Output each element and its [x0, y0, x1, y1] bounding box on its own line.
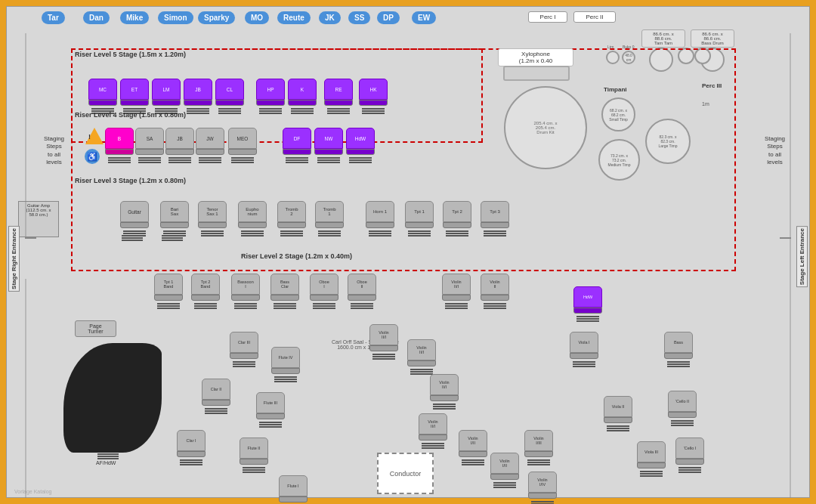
seat-violin-I-II-b: ViolinI/II — [490, 453, 519, 488]
seat-tpt2-l3: Tpt 2 — [443, 201, 471, 237]
watermark: Vorlage Katalog — [14, 489, 51, 494]
seat-hdw-main: HdW — [573, 286, 602, 322]
seat-violin-I-III: ViolinI/III — [524, 430, 553, 465]
seat-oboe-i: OboeI — [310, 274, 338, 309]
seat-tpt3-l3: Tpt 3 — [481, 201, 509, 237]
riser-level3-label: Riser Level 3 Stage (1.2m x 0.80m) — [75, 177, 186, 184]
seat-violin-II-I-1: ViolinII/I — [442, 274, 471, 309]
seat-trombone2: Tromb2 — [277, 201, 306, 237]
conductor-box: Conductor — [377, 453, 434, 494]
stage-area: Tar Dan Mike Simon Sparky MO Reute JK SS… — [6, 6, 810, 498]
name-badge-tar[interactable]: Tar — [42, 11, 65, 24]
medium-timp: 73.2 cm. x73.2 cm.Medium Timp — [598, 139, 640, 181]
piano-stand-lines — [97, 453, 119, 459]
seat-bassoon: BassoonI — [231, 274, 260, 309]
stage-edge-left-bottom — [25, 279, 26, 498]
name-badge-simon[interactable]: Simon — [158, 11, 193, 24]
stage-right-entrance: Stage Right Entrance — [8, 226, 20, 292]
perc-small-item-2: 86.6 cm. x86.6 cm.Bass Drum — [691, 29, 734, 48]
seat-trombone1: Tromb1 — [315, 201, 344, 237]
name-badge-ew[interactable]: EW — [412, 11, 436, 24]
seat-tenor-sax: TenorSax 1 — [198, 201, 227, 237]
seat-horn1: Horn 1 — [366, 201, 394, 237]
name-badge-reute[interactable]: Reute — [277, 11, 311, 24]
bari-sax-stand — [162, 235, 183, 241]
perc-I-label: Perc I — [528, 11, 567, 23]
seat-clar-iii: Clar III — [230, 332, 258, 367]
seat-euphonium: Euphonium — [238, 201, 267, 237]
perc-small-item-1: 86.6 cm. x88.6 cm.Tam Tam — [641, 29, 685, 48]
stage-left-entrance: Stage Left Entrance — [796, 226, 808, 287]
page-turner-box: PageTurner — [75, 320, 116, 337]
1m-marker: 1m — [702, 101, 709, 107]
seat-violin-II-I-b: ViolinII/I — [407, 339, 436, 375]
guitar-stand — [122, 235, 143, 241]
seat-bass-clar: BassClar — [270, 274, 299, 309]
timpani-label: Timpani — [604, 86, 627, 93]
piano-body — [63, 343, 162, 453]
small-timp: 68.2 cm. x68.2 cm.Small Timp — [601, 97, 635, 131]
seat-viola-i: Viola I — [570, 332, 598, 367]
seat-tpt1-band: Tpt 1Band — [154, 274, 183, 309]
stage-edge-left-top — [25, 33, 26, 237]
seat-violin-II-I-d: ViolinII/I — [419, 413, 447, 449]
seat-flute-iv: Flute IV — [271, 347, 300, 382]
name-badge-sparky[interactable]: Sparky — [198, 11, 235, 24]
seat-flute-ii: Flute II — [240, 438, 268, 473]
seat-tpt2-band: Tpt 2Band — [191, 274, 220, 309]
seat-flute-i: Flute I — [279, 475, 308, 504]
seat-violin-II-2: ViolinII — [481, 274, 509, 309]
xylophone-item — [503, 66, 570, 81]
seat-bari-sax: BariSax — [160, 201, 189, 237]
drum-kit-circle: 205.4 cm. x205.4 cm.Drum Kit — [504, 86, 587, 169]
side-dash-right — [780, 237, 791, 239]
seat-flute-iii: Flute III — [256, 392, 285, 428]
seat-cello-ii: 'Cello II — [668, 391, 697, 426]
seat-violin-II-I-a: ViolinII/I — [369, 324, 398, 360]
seat-viola-iii: Viola III — [637, 441, 666, 477]
seat-bass: Bass — [664, 332, 693, 367]
name-badge-mike[interactable]: Mike — [120, 11, 149, 24]
name-badge-jk[interactable]: JK — [319, 11, 341, 24]
seat-tpt1-l3: Tpt 1 — [405, 201, 434, 237]
seat-clar-i: Clar I — [177, 430, 206, 465]
side-dash-left — [25, 237, 36, 239]
perc-iii-label: Perc III — [702, 82, 722, 89]
name-badge-ss[interactable]: SS — [348, 11, 370, 24]
name-badge-mo[interactable]: MO — [245, 11, 269, 24]
name-badge-dp[interactable]: DP — [377, 11, 400, 24]
seat-clar-ii: Clar II — [202, 379, 230, 414]
perc-II-label: Perc II — [573, 11, 616, 23]
riser-level2-label: Riser Level 2 Stage (1.2m x 0.40m) — [241, 252, 352, 260]
seat-violin-II-I-c: ViolinII/I — [430, 374, 459, 410]
seat-cello-i: 'Cello I — [675, 438, 704, 473]
name-badge-dan[interactable]: Dan — [83, 11, 110, 24]
af-hdw-label: AF/HdW — [96, 460, 116, 465]
seat-violin-I-II: ViolinI/II — [459, 430, 487, 465]
seat-violin-I-IV: ViolinI/IV — [528, 472, 557, 504]
seat-guitar: Guitar — [120, 201, 149, 237]
staging-left-label: StagingStepsto alllevels — [33, 135, 75, 167]
seat-viola-ii: Viola II — [604, 396, 632, 431]
xylophone-label: Xylophone(1.2m x 0.40 — [498, 48, 573, 66]
stage-edge-right-top — [790, 33, 791, 498]
seat-oboe-ii: OboeII — [348, 274, 376, 309]
conductor-label: Conductor — [390, 470, 422, 478]
large-timp: 82.3 cm. x82.3 cm.Large Timp — [645, 119, 691, 164]
